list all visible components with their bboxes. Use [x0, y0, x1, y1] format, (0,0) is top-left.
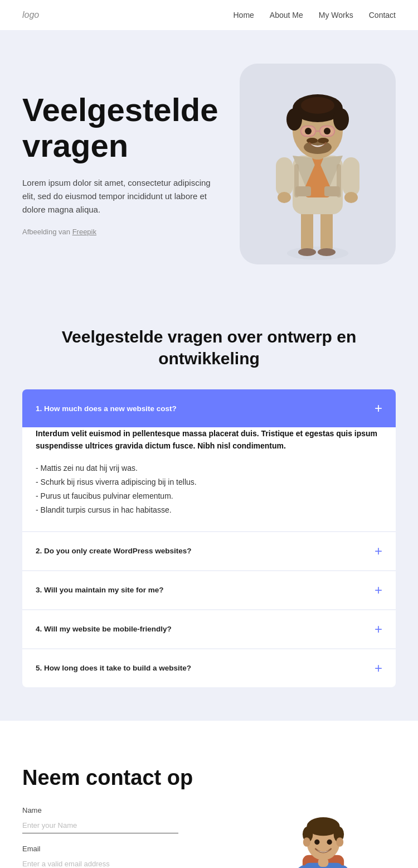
svg-rect-14 — [276, 157, 293, 196]
faq-section: Veelgestelde vragen over ontwerp en ontw… — [0, 287, 418, 721]
svg-point-47 — [336, 837, 343, 847]
faq-plus-icon-4: + — [375, 623, 382, 636]
svg-point-48 — [314, 839, 319, 844]
hero-person-illustration — [245, 75, 390, 264]
faq-plus-icon-3: + — [375, 584, 382, 597]
logo: logo — [22, 10, 39, 20]
faq-question-5[interactable]: 5. How long does it take to build a webs… — [22, 649, 396, 687]
svg-rect-1 — [301, 209, 313, 253]
hero-image — [240, 64, 396, 264]
faq-item-5: 5. How long does it take to build a webs… — [22, 649, 396, 687]
hero-title: Veelgestelde vragen — [22, 92, 229, 163]
list-item: Mattis zei nu dat hij vrij was. — [36, 461, 382, 475]
navigation: logo Home About Me My Works Contact — [0, 0, 418, 30]
svg-point-26 — [318, 138, 329, 143]
hero-text-area: Veelgestelde vragen Lorem ipsum dolor si… — [22, 92, 229, 237]
svg-point-23 — [301, 97, 334, 114]
contact-title: Neem contact op — [22, 765, 240, 791]
hero-freepik-link[interactable]: Freepik — [72, 228, 96, 236]
svg-point-21 — [286, 108, 302, 131]
faq-answer-bold-1: Interdum velit euismod in pellentesque m… — [36, 427, 382, 452]
nav-home[interactable]: Home — [233, 11, 254, 20]
svg-rect-2 — [320, 209, 333, 253]
faq-list: 1. How much does a new website cost? + I… — [22, 389, 396, 687]
nav-works[interactable]: My Works — [319, 11, 353, 20]
svg-point-4 — [318, 248, 336, 256]
faq-question-2[interactable]: 2. Do you only create WordPress websites… — [22, 532, 396, 570]
faq-question-text-5: 5. How long does it take to build a webs… — [36, 664, 191, 672]
svg-point-33 — [324, 128, 330, 134]
name-input[interactable] — [22, 818, 178, 833]
email-input[interactable] — [22, 856, 178, 868]
contact-form-area: Neem contact op Name Email INDIENEN Afbe… — [22, 765, 240, 868]
faq-question-text-4: 4. Will my website be mobile-friendly? — [36, 625, 172, 633]
list-item: Purus ut faucibus pulvinar elementum. — [36, 489, 382, 503]
nav-about[interactable]: About Me — [270, 11, 303, 20]
name-label: Name — [22, 806, 240, 814]
name-form-group: Name — [22, 806, 240, 833]
svg-point-22 — [333, 108, 349, 131]
faq-question-4[interactable]: 4. Will my website be mobile-friendly? + — [22, 610, 396, 648]
faq-question-text-2: 2. Do you only create WordPress websites… — [36, 547, 192, 555]
faq-item-4: 4. Will my website be mobile-friendly? + — [22, 610, 396, 648]
svg-point-0 — [287, 247, 348, 260]
contact-person-illustration — [256, 788, 390, 868]
faq-item-1: 1. How much does a new website cost? + I… — [22, 389, 396, 531]
list-item: Blandit turpis cursus in hac habitasse. — [36, 503, 382, 517]
faq-question-text-3: 3. Will you maintain my site for me? — [36, 586, 163, 594]
faq-answer-list-1: Mattis zei nu dat hij vrij was. Schurk b… — [36, 461, 382, 518]
faq-question-text-1: 1. How much does a new website cost? — [36, 404, 177, 413]
faq-item-2: 2. Do you only create WordPress websites… — [22, 532, 396, 570]
faq-question-3[interactable]: 3. Will you maintain my site for me? + — [22, 571, 396, 609]
svg-point-17 — [344, 192, 358, 203]
svg-point-32 — [305, 128, 312, 134]
svg-point-16 — [278, 192, 291, 203]
nav-contact[interactable]: Contact — [369, 11, 396, 20]
faq-item-3: 3. Will you maintain my site for me? + — [22, 571, 396, 609]
list-item: Schurk bij risus viverra adipiscing bij … — [36, 475, 382, 489]
hero-credit: Afbeelding van Freepik — [22, 228, 229, 236]
faq-question-1[interactable]: 1. How much does a new website cost? + — [22, 389, 396, 427]
email-label: Email — [22, 845, 240, 853]
svg-rect-12 — [295, 186, 311, 196]
svg-rect-13 — [324, 186, 340, 196]
svg-point-25 — [307, 138, 318, 143]
svg-rect-15 — [343, 157, 359, 196]
contact-section: Neem contact op Name Email INDIENEN Afbe… — [0, 721, 418, 868]
contact-image-area — [251, 765, 396, 868]
hero-section: Veelgestelde vragen Lorem ipsum dolor si… — [0, 30, 418, 287]
faq-plus-icon-2: + — [375, 544, 382, 558]
svg-point-46 — [303, 837, 310, 847]
nav-links: Home About Me My Works Contact — [233, 11, 396, 20]
email-form-group: Email — [22, 845, 240, 868]
faq-answer-1: Interdum velit euismod in pellentesque m… — [22, 427, 396, 531]
faq-main-title: Veelgestelde vragen over ontwerp en ontw… — [22, 326, 396, 369]
svg-point-49 — [327, 839, 332, 844]
svg-point-3 — [298, 248, 316, 256]
faq-plus-icon-1: + — [375, 402, 382, 415]
svg-rect-50 — [318, 857, 329, 867]
hero-description: Lorem ipsum dolor sit amet, consectetur … — [22, 176, 212, 216]
faq-plus-icon-5: + — [375, 662, 382, 675]
